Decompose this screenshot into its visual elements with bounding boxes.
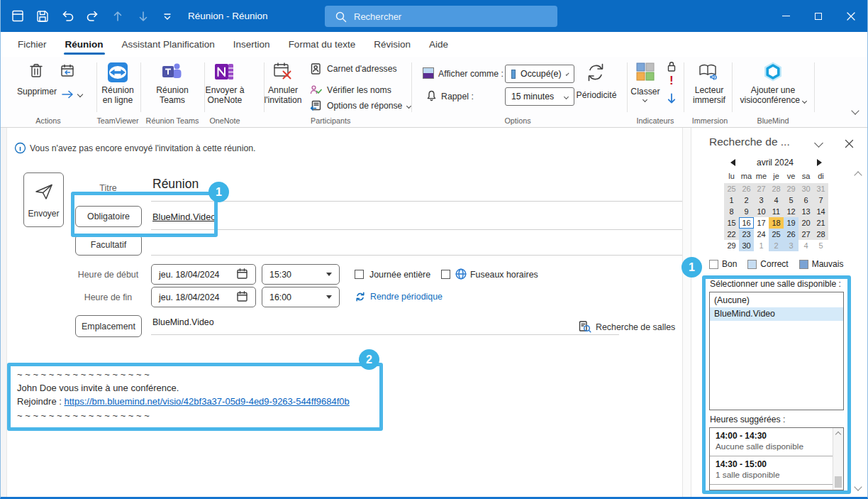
make-recurring-link[interactable]: Rendre périodique: [355, 291, 443, 302]
location-button[interactable]: Emplacement: [75, 315, 142, 337]
low-importance-icon[interactable]: [666, 92, 677, 107]
calendar-day[interactable]: 12: [784, 206, 799, 217]
required-attendee-value[interactable]: BlueMind.Video: [152, 212, 216, 222]
suggested-time-item[interactable]: 14:30 - 15:001 salle disponible: [710, 456, 843, 485]
tab-fichier[interactable]: Fichier: [9, 32, 56, 57]
cancel-invitation-button[interactable]: Annulerl'invitation: [260, 85, 306, 105]
delete-icon[interactable]: [27, 61, 45, 83]
calendar-day[interactable]: 7: [813, 194, 828, 206]
show-as-dropdown[interactable]: Occupé(e): [505, 65, 574, 83]
calendar-day[interactable]: 14: [813, 206, 828, 217]
calendar-day[interactable]: 5: [784, 194, 799, 206]
calendar-day[interactable]: 29: [724, 240, 739, 251]
calendar-picker-icon[interactable]: [236, 290, 248, 305]
close-button[interactable]: [835, 0, 867, 32]
calendar-day[interactable]: 17: [754, 217, 769, 229]
calendar-day[interactable]: 3: [754, 194, 769, 206]
private-lock-icon[interactable]: [665, 60, 678, 75]
calendar-day[interactable]: 26: [739, 183, 754, 194]
calendar-day[interactable]: 28: [769, 183, 784, 194]
calendar-insert-icon[interactable]: [60, 63, 75, 81]
calendar-day[interactable]: 24: [754, 229, 769, 240]
recurrence-button[interactable]: Périodicité: [572, 90, 621, 100]
calendar-day[interactable]: 25: [769, 229, 784, 240]
end-date-picker[interactable]: jeu. 18/04/2024: [151, 287, 256, 307]
calendar-day[interactable]: 9: [739, 206, 754, 217]
room-finder-button[interactable]: Recherche de salles: [578, 320, 675, 334]
tab-insertion[interactable]: Insertion: [224, 32, 279, 57]
calendar-day[interactable]: 23: [739, 229, 754, 240]
forward-menu-chevron-icon[interactable]: [77, 92, 83, 97]
main-scrollbar[interactable]: [682, 128, 691, 497]
maximize-button[interactable]: [802, 0, 835, 32]
tab-assistant-planification[interactable]: Assistant Planification: [113, 32, 224, 57]
calendar-day[interactable]: 16: [739, 217, 754, 229]
room-list-item[interactable]: BlueMind.Video: [710, 307, 843, 321]
calendar-day[interactable]: 31: [813, 183, 828, 194]
response-options-button[interactable]: Options de réponse: [309, 99, 411, 112]
calendar-day[interactable]: 21: [813, 217, 828, 229]
calendar-day[interactable]: 8: [724, 206, 739, 217]
tab-format-du-texte[interactable]: Format du texte: [279, 32, 365, 57]
calendar-day[interactable]: 2: [769, 240, 784, 251]
minimize-button[interactable]: [769, 0, 802, 32]
send-to-onenote-button[interactable]: Envoyer àOneNote: [200, 85, 250, 105]
recurrence-icon[interactable]: [584, 61, 607, 86]
calendar-picker-icon[interactable]: [236, 268, 248, 282]
bluemind-videoconference-icon[interactable]: [762, 60, 784, 85]
required-attendees-button[interactable]: Obligatoire: [75, 206, 142, 227]
calendar-day[interactable]: 11: [769, 206, 784, 217]
calendar-day[interactable]: 15: [724, 217, 739, 229]
immersive-reader-icon[interactable]: [697, 62, 720, 84]
tab-r-union[interactable]: Réunion: [56, 32, 113, 57]
calendar-day[interactable]: 3: [784, 240, 799, 251]
calendar-day[interactable]: 28: [813, 229, 828, 240]
calendar-day[interactable]: 13: [799, 206, 813, 217]
add-videoconference-button[interactable]: Ajouter unevisioconférence: [736, 85, 810, 105]
panel-close-icon[interactable]: [844, 138, 855, 151]
teams-icon[interactable]: [161, 61, 182, 84]
search-box[interactable]: Rechercher: [325, 6, 557, 27]
cancel-invitation-icon[interactable]: [272, 61, 294, 84]
calendar-day[interactable]: 1: [754, 240, 769, 251]
tab-r-vision[interactable]: Révision: [365, 32, 420, 57]
calendar-day[interactable]: 25: [724, 183, 739, 194]
teamviewer-icon[interactable]: [106, 61, 129, 86]
all-day-checkbox[interactable]: [355, 270, 364, 279]
send-button[interactable]: Envoyer: [23, 172, 64, 227]
calendar-day[interactable]: 27: [799, 229, 813, 240]
calendar-day[interactable]: 20: [799, 217, 813, 229]
teams-meeting-button[interactable]: RéunionTeams: [145, 85, 200, 105]
calendar-day[interactable]: 30: [739, 240, 754, 251]
check-names-button[interactable]: Vérifier les noms: [309, 84, 391, 97]
delete-button[interactable]: Supprimer: [11, 87, 62, 97]
scrollbar-thumb[interactable]: [835, 476, 842, 488]
calendar-day[interactable]: 10: [754, 206, 769, 217]
customize-quick-access-icon[interactable]: [159, 8, 176, 25]
onenote-icon[interactable]: [213, 61, 235, 84]
calendar-prev-month-icon[interactable]: [730, 159, 735, 166]
online-meeting-button[interactable]: Réunionen ligne: [96, 85, 139, 105]
address-book-button[interactable]: Carnet d'adresses: [309, 62, 397, 75]
calendar-day[interactable]: 19: [784, 217, 799, 229]
undo-icon[interactable]: [60, 8, 77, 25]
move-down-icon[interactable]: [135, 8, 152, 25]
forward-arrow-icon[interactable]: [61, 89, 75, 102]
calendar-day[interactable]: 4: [769, 194, 784, 206]
collapse-ribbon-chevron-icon[interactable]: [851, 106, 859, 114]
calendar-day[interactable]: 27: [754, 183, 769, 194]
suggested-time-item[interactable]: 14:00 - 14:30Aucune salle disponible: [710, 428, 843, 456]
optional-attendees-button[interactable]: Facultatif: [75, 234, 142, 256]
save-icon[interactable]: [34, 8, 51, 25]
calendar-day[interactable]: 4: [799, 240, 813, 251]
calendar-day[interactable]: 26: [784, 229, 799, 240]
calendar-day[interactable]: 29: [784, 183, 799, 194]
calendar-day[interactable]: 5: [813, 240, 828, 251]
location-value[interactable]: BlueMind.Video: [152, 317, 214, 327]
calendar-day[interactable]: 18: [769, 217, 784, 229]
tab-aide[interactable]: Aide: [420, 32, 457, 57]
redo-icon[interactable]: [84, 8, 101, 25]
timezones-checkbox[interactable]: [441, 270, 450, 279]
room-list-item[interactable]: (Aucune): [710, 294, 843, 307]
start-date-picker[interactable]: jeu. 18/04/2024: [151, 264, 256, 285]
